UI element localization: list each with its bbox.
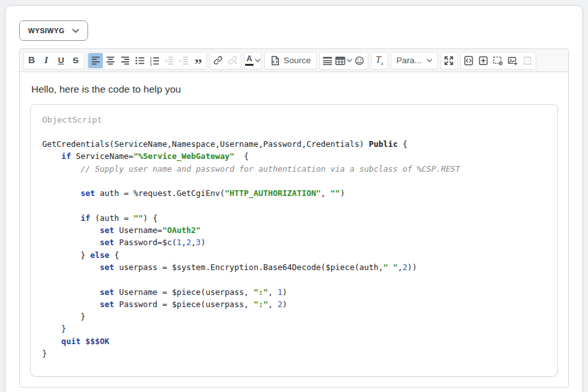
bulleted-list-button[interactable] xyxy=(132,53,147,68)
table-icon xyxy=(335,56,345,66)
strikethrough-icon: S xyxy=(73,56,79,65)
align-center-icon xyxy=(105,56,116,66)
align-right-icon xyxy=(120,56,130,66)
insert-image-button[interactable] xyxy=(506,53,520,68)
increase-indent-button xyxy=(176,53,191,68)
source-label: Source xyxy=(283,56,311,65)
underline-button[interactable]: U xyxy=(54,53,68,68)
italic-button[interactable]: I xyxy=(39,53,54,68)
code-line: // Supply user name and password for aut… xyxy=(42,163,546,175)
insert-image-icon xyxy=(508,56,518,66)
maximize-icon xyxy=(444,56,454,66)
code-line xyxy=(42,175,546,187)
emoji-button[interactable] xyxy=(352,53,367,68)
decrease-indent-button xyxy=(162,53,176,68)
code-language-label: ObjectScript xyxy=(42,115,546,124)
align-center-button[interactable] xyxy=(103,53,117,68)
underline-icon: U xyxy=(58,56,64,65)
text-color-icon: A xyxy=(245,55,253,66)
code-line: set auth = %request.GetCgiEnv("HTTP_AUTH… xyxy=(42,187,546,199)
align-left-icon xyxy=(91,56,101,66)
code-line: } xyxy=(42,347,546,359)
increase-indent-icon xyxy=(179,56,189,66)
code-line: set userpass = $system.Encryption.Base64… xyxy=(42,261,546,273)
insert-plus-button[interactable] xyxy=(476,53,491,68)
source-icon xyxy=(270,56,280,66)
code-block: ObjectScript GetCredentials(ServiceName,… xyxy=(30,104,558,377)
paragraph-text: Hello, here is the code to help you xyxy=(31,84,558,95)
toolbar-group: BIUS xyxy=(23,52,84,70)
source-button[interactable]: Source xyxy=(266,53,315,68)
toolbar-group xyxy=(209,52,241,70)
toolbar-group: A xyxy=(244,52,262,70)
text-color-button[interactable]: A xyxy=(245,53,260,68)
numbered-list-icon: 123 xyxy=(149,56,160,66)
insert-plus-icon xyxy=(478,56,488,66)
code-line xyxy=(42,273,546,285)
toolbar-group xyxy=(319,52,368,70)
div-container-icon xyxy=(493,56,503,66)
caret-down-icon xyxy=(426,59,432,63)
code-line: set Username="OAuth2" xyxy=(42,224,546,236)
toolbar-group xyxy=(460,52,536,70)
remove-format-icon: Tx xyxy=(375,55,383,66)
svg-text:3: 3 xyxy=(149,61,152,65)
blockquote-button[interactable]: ” xyxy=(191,53,206,68)
toolbar-group: 123” xyxy=(87,52,207,70)
toolbar-group: Para... xyxy=(391,52,438,70)
code-snippet-button[interactable] xyxy=(462,53,476,68)
horizontal-rule-button[interactable] xyxy=(320,53,335,68)
link-button[interactable] xyxy=(211,53,225,68)
emoji-icon xyxy=(354,56,365,66)
code-line: if ServiceName="%Service_WebGateway" { xyxy=(42,150,546,162)
code-line: set Username = $piece(userpass, ":", 1) xyxy=(42,286,546,298)
toolbar-group xyxy=(441,52,458,70)
editor-card: WYSIWYG BIUS123”ASourceTxPara... Hello, … xyxy=(5,5,583,392)
page-break-icon xyxy=(522,56,532,66)
decrease-indent-icon xyxy=(164,56,174,66)
code-line: } xyxy=(42,322,546,335)
rich-text-editor: BIUS123”ASourceTxPara... Hello, here is … xyxy=(19,49,569,388)
div-container-button[interactable] xyxy=(491,53,506,68)
code-line: } else { xyxy=(42,249,546,261)
toolbar: BIUS123”ASourceTxPara... xyxy=(20,49,568,72)
align-left-button[interactable] xyxy=(88,53,103,68)
code-line: GetCredentials(ServiceName,Namespace,Use… xyxy=(42,138,546,150)
blockquote-icon: ” xyxy=(195,61,202,66)
code-line: quit $$$OK xyxy=(42,335,546,347)
code-lines: GetCredentials(ServiceName,Namespace,Use… xyxy=(42,138,546,359)
unlink-icon xyxy=(228,56,237,65)
chevron-down-icon xyxy=(72,29,79,33)
remove-format-button[interactable]: Tx xyxy=(372,53,387,68)
italic-icon: I xyxy=(45,56,49,65)
editor-content-area[interactable]: Hello, here is the code to help you Obje… xyxy=(20,72,568,387)
link-icon xyxy=(213,56,223,65)
bold-icon: B xyxy=(28,56,34,65)
horizontal-rule-icon xyxy=(322,56,333,66)
mode-selector-label: WYSIWYG xyxy=(28,27,64,34)
code-snippet-icon xyxy=(464,56,474,66)
bold-button[interactable]: B xyxy=(24,53,39,68)
page-break-button xyxy=(520,53,535,68)
toolbar-group: Tx xyxy=(371,52,388,70)
paragraph-format-button[interactable]: Para... xyxy=(392,53,437,68)
numbered-list-button[interactable]: 123 xyxy=(147,53,162,68)
code-line: set Password=$c(1,2,3) xyxy=(42,236,546,248)
align-right-button[interactable] xyxy=(117,53,132,68)
code-line: } xyxy=(42,310,546,322)
maximize-button[interactable] xyxy=(442,53,456,68)
code-line xyxy=(42,199,546,211)
code-line: set Password = $piece(userpass, ":", 2) xyxy=(42,298,546,310)
toolbar-group: Source xyxy=(264,52,317,70)
table-button[interactable] xyxy=(335,53,352,68)
caret-down-icon xyxy=(347,59,352,63)
code-line: if (auth = "") { xyxy=(42,212,546,224)
caret-down-icon xyxy=(255,59,260,63)
strikethrough-button[interactable]: S xyxy=(68,53,83,68)
unlink-button xyxy=(225,53,240,68)
bulleted-list-icon xyxy=(135,56,145,66)
mode-selector-button[interactable]: WYSIWYG xyxy=(19,20,88,41)
paragraph-format-label: Para... xyxy=(396,56,422,65)
